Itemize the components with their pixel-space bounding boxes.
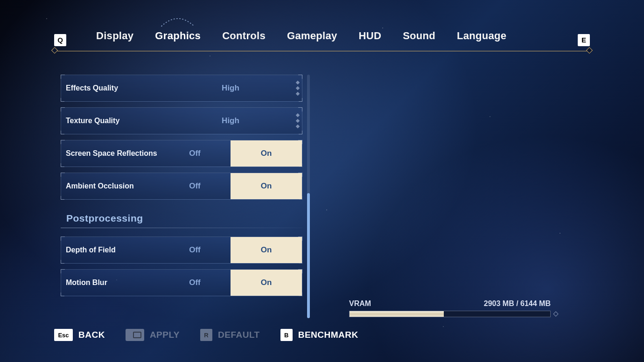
texture-quality-value: High (159, 116, 302, 125)
dof-toggle: Off On (159, 237, 302, 263)
next-tab-key: E (578, 34, 590, 46)
row-texture-quality[interactable]: Texture Quality High (61, 107, 302, 134)
apply-label: APPLY (150, 330, 180, 340)
benchmark-label: BENCHMARK (298, 330, 358, 340)
dof-label: Depth of Field (61, 246, 159, 254)
ao-on-button[interactable]: On (231, 173, 302, 199)
active-tab-ornament-icon (156, 14, 199, 29)
tab-language[interactable]: Language (457, 30, 506, 50)
prev-tab-key: Q (54, 34, 66, 46)
dof-off-button[interactable]: Off (159, 237, 231, 263)
motion-blur-toggle: Off On (159, 270, 302, 296)
row-screen-space-reflections: Screen Space Reflections Off On (61, 140, 302, 167)
ao-label: Ambient Occlusion (61, 182, 159, 190)
vram-bar (349, 311, 551, 317)
tab-display[interactable]: Display (96, 30, 133, 50)
ssr-toggle: Off On (159, 140, 302, 167)
default-button[interactable]: R DEFAULT (200, 329, 260, 341)
dof-on-button[interactable]: On (231, 237, 302, 263)
texture-quality-label: Texture Quality (61, 117, 159, 125)
section-divider (61, 228, 302, 228)
ao-off-button[interactable]: Off (159, 173, 231, 199)
graphics-settings-panel: Effects Quality High Texture Quality Hig… (61, 75, 302, 318)
ssr-label: Screen Space Reflections (61, 149, 159, 158)
effects-quality-value: High (159, 84, 302, 93)
ssr-off-button[interactable]: Off (159, 140, 231, 167)
motion-blur-off-button[interactable]: Off (159, 270, 231, 296)
vram-ornament-icon (553, 311, 559, 317)
scroll-indicator-icon (296, 81, 299, 95)
vram-label: VRAM (349, 299, 371, 308)
effects-quality-label: Effects Quality (61, 84, 159, 92)
motion-blur-on-button[interactable]: On (231, 270, 302, 296)
scrollbar-thumb[interactable] (307, 193, 310, 318)
default-label: DEFAULT (218, 330, 260, 340)
settings-tabbar: Q Display Graphics Controls Gameplay HUD… (54, 29, 590, 51)
row-effects-quality[interactable]: Effects Quality High (61, 75, 302, 102)
scroll-indicator-icon (296, 114, 299, 128)
tab-graphics-label: Graphics (155, 30, 201, 42)
ssr-on-button[interactable]: On (231, 140, 302, 167)
tab-sound[interactable]: Sound (403, 30, 435, 50)
esc-key-icon: Esc (54, 329, 73, 341)
benchmark-button[interactable]: B BENCHMARK (280, 329, 358, 341)
enter-key-icon (126, 329, 144, 341)
tab-graphics[interactable]: Graphics (155, 30, 201, 50)
vram-bar-fill (350, 311, 444, 317)
tab-hud[interactable]: HUD (359, 30, 382, 50)
vram-meter: VRAM 2903 MB / 6144 MB (349, 299, 551, 317)
tab-list: Display Graphics Controls Gameplay HUD S… (96, 30, 506, 50)
tab-gameplay[interactable]: Gameplay (287, 30, 337, 50)
settings-scrollbar[interactable] (307, 75, 310, 318)
motion-blur-label: Motion Blur (61, 278, 159, 287)
apply-button[interactable]: APPLY (126, 329, 180, 341)
r-key-icon: R (200, 329, 212, 341)
vram-value: 2903 MB / 6144 MB (484, 299, 551, 308)
b-key-icon: B (280, 329, 293, 341)
row-ambient-occlusion: Ambient Occlusion Off On (61, 173, 302, 200)
ao-toggle: Off On (159, 173, 302, 199)
row-motion-blur: Motion Blur Off On (61, 269, 302, 296)
tab-controls[interactable]: Controls (222, 30, 266, 50)
section-postprocessing-title: Postprocessing (66, 213, 302, 224)
back-button[interactable]: Esc BACK (54, 329, 105, 341)
row-depth-of-field: Depth of Field Off On (61, 237, 302, 264)
footer-actions: Esc BACK APPLY R DEFAULT B BENCHMARK (54, 326, 590, 344)
back-label: BACK (78, 330, 105, 340)
